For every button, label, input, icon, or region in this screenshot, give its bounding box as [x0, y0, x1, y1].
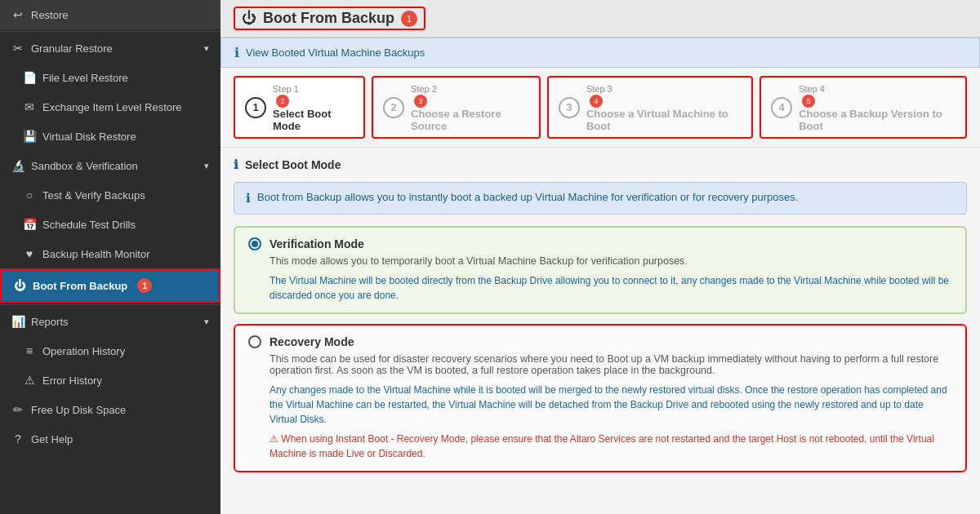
chevron-down-icon: ▾ — [204, 161, 209, 171]
sidebar-item-sandbox-verification[interactable]: 🔬Sandbox & Verification▾ — [0, 151, 220, 180]
view-booted-label: View Booted Virtual Machine Backups — [246, 47, 425, 59]
header-title-outline: ⏻ Boot From Backup 1 — [234, 7, 425, 30]
error-history-icon: ⚠ — [23, 374, 36, 387]
mode-cards-container: Verification ModeThis mode allows you to… — [234, 226, 967, 472]
sidebar-item-restore[interactable]: ↩Restore — [0, 0, 220, 29]
schedule-test-drills-icon: 📅 — [23, 218, 36, 231]
mode-card-recovery[interactable]: Recovery ModeThis mode can be used for d… — [234, 324, 967, 472]
step-title-4: Choose a Backup Version to Boot — [799, 108, 956, 132]
steps-bar: 1Step 1 2Select Boot Mode2Step 2 3Choose… — [220, 68, 980, 148]
step-num-label-1: Step 1 2 — [273, 82, 354, 108]
sidebar: ↩Restore✂Granular Restore▾📄File Level Re… — [0, 0, 220, 514]
step-badge-1: 2 — [276, 95, 289, 108]
sidebar-item-virtual-disk-restore[interactable]: 💾Virtual Disk Restore — [0, 122, 220, 151]
step-badge-2: 3 — [414, 95, 427, 108]
sidebar-label-granular-restore: Granular Restore — [31, 42, 113, 55]
step-badge-3: 4 — [590, 95, 603, 108]
radio-verification[interactable] — [248, 237, 261, 250]
step-label-1: Step 1 2Select Boot Mode — [273, 82, 354, 132]
sidebar-label-free-up-disk-space: Free Up Disk Space — [31, 404, 126, 416]
sidebar-item-reports[interactable]: 📊Reports▾ — [0, 307, 220, 336]
step-label-4: Step 4 5Choose a Backup Version to Boot — [799, 82, 956, 132]
sidebar-label-restore: Restore — [31, 9, 69, 21]
sidebar-label-error-history: Error History — [42, 374, 102, 387]
sidebar-label-exchange-item-level-restore: Exchange Item Level Restore — [42, 101, 182, 113]
content-area: ℹ Select Boot Mode ℹ Boot from Backup al… — [220, 148, 980, 514]
step-num-label-4: Step 4 5 — [799, 82, 956, 108]
sidebar-label-reports: Reports — [31, 316, 69, 328]
step-num-label-2: Step 2 3 — [411, 82, 529, 108]
get-help-icon: ? — [11, 432, 24, 445]
step-box-3[interactable]: 3Step 3 4Choose a Virtual Machine to Boo… — [547, 76, 753, 139]
sidebar-item-exchange-item-level-restore[interactable]: ✉Exchange Item Level Restore — [0, 92, 220, 122]
mode-title-recovery: Recovery Mode — [270, 335, 354, 348]
sidebar-divider — [0, 31, 220, 32]
sidebar-item-file-level-restore[interactable]: 📄File Level Restore — [0, 63, 220, 92]
chevron-down-icon: ▾ — [204, 317, 209, 327]
radio-recovery[interactable] — [248, 335, 261, 348]
virtual-disk-restore-icon: 💾 — [23, 130, 36, 143]
info-box-text: Boot from Backup allows you to instantly… — [257, 191, 798, 203]
sidebar-item-boot-from-backup[interactable]: ⏻Boot From Backup1 — [0, 268, 220, 303]
step-circle-4: 4 — [771, 97, 792, 118]
step-label-2: Step 2 3Choose a Restore Source — [411, 82, 529, 132]
power-icon: ⏻ — [242, 10, 256, 27]
main-content: ⏻ Boot From Backup 1 ℹ View Booted Virtu… — [220, 0, 980, 514]
sidebar-label-boot-from-backup: Boot From Backup — [33, 280, 127, 292]
step-title-1: Select Boot Mode — [273, 108, 354, 132]
step-title-2: Choose a Restore Source — [411, 108, 529, 132]
sidebar-item-free-up-disk-space[interactable]: ✏Free Up Disk Space — [0, 395, 220, 424]
step-box-4[interactable]: 4Step 4 5Choose a Backup Version to Boot — [760, 76, 967, 139]
sidebar-label-schedule-test-drills: Schedule Test Drills — [42, 219, 136, 231]
step-num-label-3: Step 3 4 — [586, 82, 742, 108]
mode-card-header-recovery: Recovery Mode — [248, 335, 952, 348]
restore-icon: ↩ — [11, 8, 24, 21]
boot-from-backup-icon: ⏻ — [13, 279, 26, 292]
page-title: Boot From Backup — [263, 10, 394, 27]
sidebar-label-virtual-disk-restore: Virtual Disk Restore — [42, 131, 136, 143]
sidebar-item-error-history[interactable]: ⚠Error History — [0, 366, 220, 395]
mode-note-recovery: Any changes made to the Virtual Machine … — [270, 383, 952, 427]
sidebar-item-test-verify-backups[interactable]: ○Test & Verify Backups — [0, 180, 220, 210]
mode-card-verification[interactable]: Verification ModeThis mode allows you to… — [234, 226, 967, 314]
sidebar-label-file-level-restore: File Level Restore — [42, 72, 128, 84]
step-circle-3: 3 — [559, 97, 580, 118]
step-badge-4: 5 — [802, 95, 815, 108]
sidebar-label-backup-health-monitor: Backup Health Monitor — [42, 248, 150, 260]
step-circle-1: 1 — [245, 97, 266, 118]
sandbox-verification-icon: 🔬 — [11, 159, 24, 172]
select-boot-mode-label: Select Boot Mode — [245, 158, 341, 171]
mode-card-header-verification: Verification Mode — [248, 237, 952, 250]
free-up-disk-space-icon: ✏ — [11, 403, 24, 416]
info-box: ℹ Boot from Backup allows you to instant… — [234, 182, 967, 215]
operation-history-icon: ≡ — [23, 344, 36, 357]
sidebar-item-operation-history[interactable]: ≡Operation History — [0, 336, 220, 366]
info-circle-icon: ℹ — [234, 45, 239, 60]
header-badge: 1 — [401, 11, 417, 27]
mode-desc-verification: This mode allows you to temporarily boot… — [270, 255, 952, 267]
sidebar-item-get-help[interactable]: ?Get Help — [0, 424, 220, 454]
sidebar-label-sandbox-verification: Sandbox & Verification — [31, 160, 138, 172]
granular-restore-icon: ✂ — [11, 42, 24, 55]
sidebar-label-test-verify-backups: Test & Verify Backups — [42, 189, 145, 202]
exchange-item-level-restore-icon: ✉ — [23, 100, 36, 113]
view-booted-bar[interactable]: ℹ View Booted Virtual Machine Backups — [220, 38, 980, 68]
backup-health-monitor-icon: ♥ — [23, 247, 36, 260]
mode-warn-recovery: ⚠ When using Instant Boot - Recovery Mod… — [270, 432, 952, 461]
test-verify-backups-icon: ○ — [23, 188, 36, 202]
sidebar-item-backup-health-monitor[interactable]: ♥Backup Health Monitor — [0, 239, 220, 268]
select-boot-mode-header: ℹ Select Boot Mode — [234, 157, 967, 172]
info-icon: ℹ — [234, 157, 238, 172]
step-label-3: Step 3 4Choose a Virtual Machine to Boot — [586, 82, 742, 132]
chevron-down-icon: ▾ — [204, 43, 209, 54]
info-box-icon: ℹ — [246, 191, 251, 206]
step-title-3: Choose a Virtual Machine to Boot — [586, 108, 742, 132]
sidebar-item-granular-restore[interactable]: ✂Granular Restore▾ — [0, 33, 220, 63]
sidebar-badge-boot-from-backup: 1 — [137, 278, 152, 293]
step-box-2[interactable]: 2Step 2 3Choose a Restore Source — [372, 76, 541, 139]
sidebar-item-schedule-test-drills[interactable]: 📅Schedule Test Drills — [0, 210, 220, 239]
mode-title-verification: Verification Mode — [270, 237, 364, 250]
sidebar-divider — [0, 304, 220, 305]
step-box-1[interactable]: 1Step 1 2Select Boot Mode — [234, 76, 365, 139]
main-header: ⏻ Boot From Backup 1 — [220, 0, 980, 38]
